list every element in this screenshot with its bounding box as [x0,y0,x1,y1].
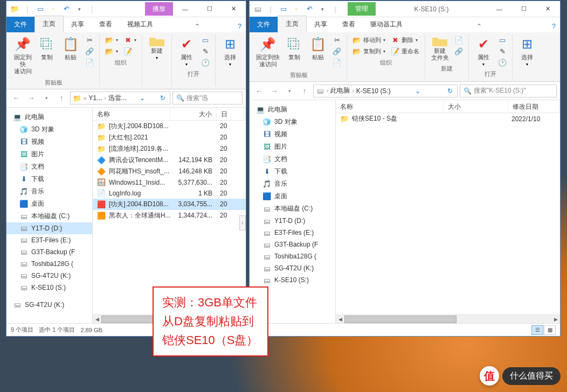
search-input[interactable]: 🔍 搜索"K-SE10 (S:)" [460,85,557,97]
move-to-button[interactable]: 📂▾ [103,34,120,45]
rename-button[interactable]: 📝 [121,46,139,57]
paste-button[interactable]: 📋粘贴 [59,34,82,62]
col-name[interactable]: 名称 [93,108,171,120]
file-row[interactable]: 🔶同花顺THS_insoft_...146,248 KB20 [93,166,246,177]
easy-access-button[interactable]: 🔗 [452,46,465,57]
move-to-button[interactable]: 📂移动到▾ [350,34,388,45]
details-view-button[interactable]: ☰ [531,325,543,335]
file-row[interactable]: 📁[大红包].202120 [93,132,246,143]
contextual-tab-manage[interactable]: 管理 [348,2,376,16]
tree-item[interactable]: 🎵音乐 [6,185,92,198]
tree-item[interactable]: 🧊3D 对象 [250,116,335,128]
edit-button[interactable]: ✎ [496,46,509,57]
tree-item[interactable]: 🎞视频 [250,128,335,141]
tree-item[interactable]: 🎞视频 [6,136,92,148]
scroll-right-icon[interactable]: ▶ [551,315,560,324]
tab-home[interactable]: 主页 [34,16,64,32]
tab-drive-tools[interactable]: 驱动器工具 [363,17,410,32]
file-row[interactable]: 📁铠侠SE10 - S盘2022/1/10 [336,113,560,124]
properties-icon[interactable]: ▭ [34,3,46,15]
maximize-button[interactable]: ☐ [197,1,222,17]
pin-button[interactable]: 📌固定到快 速访问 [11,34,34,76]
file-row[interactable]: 🔷腾讯会议TencentM...142,194 KB20 [93,155,246,166]
ribbon-collapse-icon[interactable]: ⌃ [190,20,204,32]
tree-this-pc[interactable]: 💻此电脑 [250,103,335,116]
breadcrumb-segment[interactable]: Y1... [89,94,102,102]
chevron-icon[interactable]: › [104,95,106,101]
qat-dropdown-icon[interactable]: ▾ [73,3,85,15]
paste-shortcut-button[interactable]: 📄 [330,57,343,68]
tree-item[interactable]: ⬇下载 [250,165,335,178]
up-button[interactable]: ↑ [55,92,68,104]
tree-drive-extra[interactable]: 🖴SG-4T2U (K:) [6,299,92,311]
copy-to-button[interactable]: 📂▾ [103,46,120,57]
recent-button[interactable]: ▾ [283,85,296,97]
tree-item[interactable]: 🖴Toshiba128G ( [6,258,92,270]
column-headers[interactable]: 名称 大小 日 [93,108,246,121]
qat-dropdown-icon[interactable]: ▾ [316,3,328,15]
new-folder-button[interactable]: 新建 文件夹 [428,34,451,62]
breadcrumb[interactable]: 📁 « Y1... › 迅雷... ⌄ ↻ [70,92,170,104]
tree-item[interactable]: 🖴E3T-Files (E:) [6,234,92,246]
tree-item[interactable]: 🖴Toshiba128G ( [250,250,335,262]
tree-item[interactable]: 🖼图片 [250,141,335,153]
scrollbar-horizontal[interactable]: ◀ ▶ [336,314,560,323]
paste-button[interactable]: 📋粘贴 [307,34,329,62]
new-button[interactable]: 新建▾ [146,34,168,61]
properties-button[interactable]: ✔属性▾ [175,34,198,68]
history-button[interactable]: 🕐 [496,57,509,68]
undo-icon[interactable]: ↶ [303,3,315,15]
copy-to-button[interactable]: 📂复制到▾ [350,46,388,57]
refresh-icon[interactable]: ↻ [158,94,168,102]
tree-item[interactable]: 📑文档 [6,160,92,173]
open-button[interactable]: ▭ [496,34,509,45]
up-button[interactable]: ↑ [298,85,311,97]
tree-item[interactable]: 🖴E3T-Files (E:) [250,227,335,239]
pin-button[interactable]: 📌固定到快 速访问 [254,34,282,69]
select-button[interactable]: ⊞选择▾ [516,34,538,68]
file-list[interactable]: 📁[功夫].2004.BD108...20📁[大红包].202120📁[流浪地球… [93,121,246,314]
col-date[interactable]: 日 [217,108,246,120]
minimize-button[interactable]: — [487,1,511,17]
file-row[interactable]: 📄LogInfo.log1 KB20 [93,188,246,199]
properties-button[interactable]: ✔属性▾ [472,34,495,68]
new-folder-icon[interactable]: ▫ [47,3,59,15]
navigation-tree[interactable]: 💻此电脑 🧊3D 对象🎞视频🖼图片📑文档⬇下载🎵音乐🟦桌面🖴本地磁盘 (C:)🖴… [6,108,93,323]
column-headers[interactable]: 名称 大小 修改日期 [336,100,560,113]
breadcrumb[interactable]: 🖴 › 此电脑 › K-SE10 (S:) ⌄ ↻ [313,85,458,97]
tree-item[interactable]: 🖴K-SE10 (S:) [6,282,92,293]
file-row[interactable]: 📁[流浪地球].2019.各...20 [93,143,246,155]
tree-item[interactable]: 🖴本地磁盘 (C:) [250,202,335,215]
tab-file[interactable]: 文件 [6,17,34,32]
chevron-left-icon[interactable]: « [84,95,87,101]
scroll-left-icon[interactable]: ◀ [93,315,101,324]
select-button[interactable]: ⊞选择▾ [219,34,241,68]
titlebar[interactable]: 🖴 | ▭ ▫ ↶ ▾ | 管理 K-SE10 (S:) — ☐ ✕ [250,1,560,17]
tab-share[interactable]: 共享 [307,17,335,32]
new-item-button[interactable]: 📄 [452,34,465,45]
ribbon-collapse-icon[interactable]: ⌃ [472,20,486,32]
close-button[interactable]: ✕ [536,1,560,17]
undo-icon[interactable]: ↶ [60,3,72,15]
file-row[interactable]: 🟥[功夫].2004.BD108...3,034,755...20 [93,199,246,210]
tree-item[interactable]: ⬇下载 [6,173,92,185]
tree-item[interactable]: 🧊3D 对象 [6,123,92,136]
chevron-icon[interactable]: › [327,88,328,94]
properties-icon[interactable]: ▭ [278,3,289,15]
file-row[interactable]: 🟧黑衣人：全球通缉H...1,344,724...20 [93,210,246,221]
tree-item[interactable]: 🖴SG-4T2U (K:) [6,270,92,282]
tree-item[interactable]: 🖴Y1T-D (D:) [250,215,335,227]
copy-button[interactable]: ⿻复制 [283,34,306,62]
copy-path-button[interactable]: 🔗 [330,46,343,57]
search-input[interactable]: 🔍 搜索"迅 [172,92,243,104]
tab-view[interactable]: 查看 [92,17,120,32]
col-date[interactable]: 修改日期 [508,100,560,113]
dropdown-icon[interactable]: ⌄ [137,94,147,102]
help-icon[interactable]: ? [233,20,246,32]
tab-share[interactable]: 共享 [64,17,92,32]
contextual-tab-play[interactable]: 播放 [145,2,173,16]
tree-this-pc[interactable]: 💻此电脑 [6,111,92,123]
tree-item[interactable]: 🟦桌面 [6,198,92,210]
refresh-icon[interactable]: ↻ [445,87,455,95]
col-name[interactable]: 名称 [336,100,444,113]
